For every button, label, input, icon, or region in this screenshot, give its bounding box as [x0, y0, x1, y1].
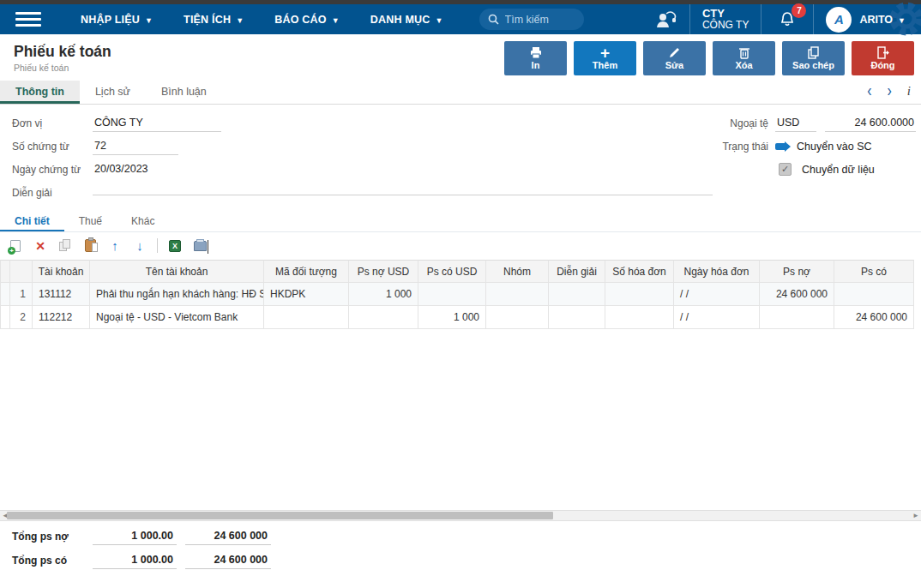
support-button[interactable] — [643, 4, 689, 34]
grid-row-2[interactable]: 2 112212 Ngoại tệ - USD - Vietcom Bank 1… — [0, 306, 921, 329]
detail-tab-thue[interactable]: Thuế — [64, 213, 117, 231]
cell-ma-doi-tuong[interactable] — [264, 306, 349, 329]
scroll-right-arrow[interactable]: ► — [911, 511, 921, 520]
company-code: CTY — [702, 8, 749, 20]
grid-row-1[interactable]: 1 131112 Phải thu ngắn hạn khách hàng: H… — [0, 283, 921, 306]
detail-tab-khac[interactable]: Khác — [117, 213, 169, 231]
col-header-ngay-hoa-don[interactable]: Ngày hóa đơn — [674, 260, 760, 283]
cell-ps-co-usd[interactable]: 1 000 — [418, 306, 486, 329]
search-input[interactable] — [505, 14, 574, 26]
cell-tai-khoan[interactable]: 112212 — [33, 306, 90, 329]
avatar: A — [826, 7, 852, 33]
chuyen-du-lieu-checkbox[interactable]: ✓ — [779, 163, 792, 176]
delete-row-button[interactable]: ✕ — [33, 238, 48, 254]
cell-ps-co[interactable] — [834, 283, 914, 306]
hamburger-menu-icon[interactable] — [15, 9, 41, 30]
menu-label: TIỆN ÍCH — [184, 14, 231, 26]
print-grid-button[interactable] — [192, 238, 208, 254]
print-button[interactable]: In — [504, 41, 567, 75]
col-header-so-hoa-don[interactable]: Số hóa đơn — [605, 260, 674, 283]
copy-button[interactable]: Sao chép — [782, 41, 845, 75]
toolbar-divider — [157, 238, 158, 253]
delete-button[interactable]: Xóa — [713, 41, 775, 75]
cell-tai-khoan[interactable]: 131112 — [33, 283, 90, 306]
chevron-down-icon: ▼ — [435, 16, 442, 25]
chuyen-du-lieu-label: Chuyển dữ liệu — [802, 164, 875, 176]
menu-nhap-lieu[interactable]: NHẬP LIỆU ▼ — [81, 14, 153, 26]
tab-thong-tin[interactable]: Thông tin — [0, 81, 80, 104]
col-header-ps-no[interactable]: Ps nợ — [760, 260, 834, 283]
cell-so-hoa-don[interactable] — [605, 306, 674, 329]
arrow-up-icon: ↑ — [111, 239, 118, 252]
so-chung-tu-field[interactable]: 72 — [93, 138, 178, 155]
company-name: CÔNG TY — [702, 20, 749, 31]
printer-icon — [529, 46, 543, 59]
col-header-nhom[interactable]: Nhóm — [486, 260, 549, 283]
row-number: 1 — [10, 283, 33, 306]
cell-ten-tai-khoan[interactable]: Ngoại tệ - USD - Vietcom Bank — [90, 306, 264, 329]
col-header-ps-co-usd[interactable]: Ps có USD — [418, 260, 486, 283]
company-selector[interactable]: CTY CÔNG TY — [690, 4, 761, 34]
scrollbar-thumb[interactable] — [7, 512, 553, 519]
move-row-down-button[interactable]: ↓ — [132, 238, 147, 254]
col-header-ps-no-usd[interactable]: Ps nợ USD — [349, 260, 418, 283]
edit-button[interactable]: Sửa — [643, 41, 706, 75]
paste-row-button[interactable] — [82, 238, 98, 254]
add-button[interactable]: + Thêm — [574, 41, 636, 75]
horizontal-scrollbar[interactable]: ◄ ► — [0, 510, 921, 521]
cell-so-hoa-don[interactable] — [605, 283, 674, 306]
don-vi-field[interactable]: CÔNG TY — [93, 115, 221, 132]
next-record-button[interactable]: › — [888, 81, 892, 101]
add-row-button[interactable]: + — [8, 238, 23, 254]
cell-ma-doi-tuong[interactable]: HKDPK — [264, 283, 349, 306]
page-header: Phiếu kế toán Phiếu kế toán In + Thêm Sử… — [0, 34, 921, 79]
cell-ps-no-usd[interactable] — [349, 306, 418, 329]
main-tabs: Thông tin Lịch sử Bình luận ‹ › i — [0, 81, 921, 105]
tab-lich-su[interactable]: Lịch sử — [80, 81, 146, 104]
menu-tien-ich[interactable]: TIỆN ÍCH ▼ — [184, 14, 244, 26]
grid-toolbar: + ✕ ↑ ↓ X — [0, 232, 921, 259]
col-header-ten-tai-khoan[interactable]: Tên tài khoản — [90, 260, 264, 283]
cell-dien-giai[interactable] — [549, 306, 605, 329]
cell-ten-tai-khoan[interactable]: Phải thu ngắn hạn khách hàng: HĐ SXKD (.… — [90, 283, 264, 306]
exit-door-icon — [876, 46, 890, 59]
ngay-chung-tu-field[interactable]: 20/03/2023 — [93, 161, 196, 177]
copy-row-button[interactable] — [57, 238, 73, 254]
menu-danh-muc[interactable]: DANH MỤC ▼ — [370, 14, 443, 26]
cell-nhom[interactable] — [486, 306, 549, 329]
col-header-dien-giai[interactable]: Diễn giải — [549, 260, 605, 283]
currency-field[interactable]: USD — [775, 115, 816, 132]
move-row-up-button[interactable]: ↑ — [107, 238, 123, 254]
cell-dien-giai[interactable] — [549, 283, 605, 306]
detail-tab-chi-tiet[interactable]: Chi tiết — [0, 213, 64, 231]
notifications-button[interactable]: 7 — [761, 4, 813, 34]
export-excel-button[interactable]: X — [167, 238, 183, 254]
plus-icon: + — [600, 47, 610, 59]
exchange-rate-field[interactable]: 24 600.0000 — [825, 115, 916, 132]
close-button[interactable]: Đóng — [852, 41, 914, 75]
dien-giai-field[interactable] — [93, 190, 713, 195]
tab-binh-luan[interactable]: Bình luận — [146, 81, 222, 104]
cell-ps-no[interactable]: 24 600 000 — [760, 283, 834, 306]
prev-record-button[interactable]: ‹ — [867, 81, 871, 101]
col-header-ps-co[interactable]: Ps có — [834, 260, 914, 283]
col-header-tai-khoan[interactable]: Tài khoản — [33, 260, 90, 283]
user-menu[interactable]: A ARITO ▼ — [814, 4, 921, 34]
cell-ngay-hoa-don[interactable]: / / — [674, 283, 760, 306]
cell-ngay-hoa-don[interactable]: / / — [674, 306, 760, 329]
don-vi-label: Đơn vị — [0, 117, 93, 129]
total-credit-usd: 1 000.00 — [93, 552, 177, 569]
search-box[interactable] — [479, 9, 584, 30]
copy-icon — [807, 46, 820, 59]
info-icon[interactable]: i — [907, 84, 911, 99]
cell-ps-co[interactable]: 24 600 000 — [834, 306, 914, 329]
notification-badge: 7 — [792, 3, 806, 18]
menu-bao-cao[interactable]: BÁO CÁO ▼ — [274, 14, 340, 26]
col-header-ma-doi-tuong[interactable]: Mã đối tượng — [264, 260, 349, 283]
excel-icon: X — [169, 240, 181, 252]
cell-ps-no[interactable] — [760, 306, 834, 329]
cell-ps-no-usd[interactable]: 1 000 — [349, 283, 418, 306]
cell-ps-co-usd[interactable] — [418, 283, 486, 306]
search-icon — [488, 14, 499, 25]
cell-nhom[interactable] — [486, 283, 549, 306]
